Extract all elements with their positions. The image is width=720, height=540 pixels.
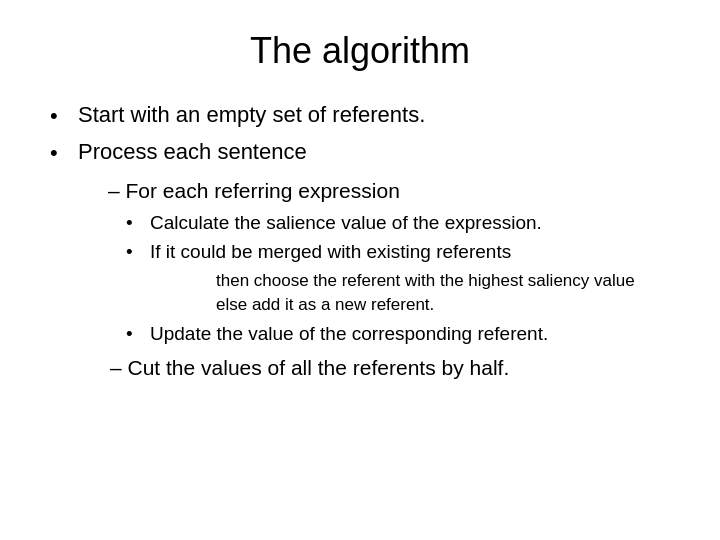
sub-bullet-2: • If it could be merged with existing re…	[126, 239, 670, 265]
cut-line-text: – Cut the values of all the referents by…	[110, 356, 509, 379]
sub-bullet-dot-3: •	[126, 321, 142, 347]
indented-line-1: then choose the referent with the highes…	[216, 269, 670, 293]
sub-bullet-3-text: Update the value of the corresponding re…	[150, 321, 548, 347]
slide-content: • Start with an empty set of referents. …	[50, 100, 670, 387]
sub-bullet-1: • Calculate the salience value of the ex…	[126, 210, 670, 236]
cut-line: – Cut the values of all the referents by…	[110, 354, 670, 382]
bullet-1-text: Start with an empty set of referents.	[78, 100, 425, 130]
sub-section: – For each referring expression • Calcul…	[80, 177, 670, 382]
sub-bullet-2-text: If it could be merged with existing refe…	[150, 239, 511, 265]
bullet-dot-1: •	[50, 101, 68, 131]
bullet-2: • Process each sentence	[50, 137, 670, 168]
slide-title: The algorithm	[50, 30, 670, 72]
sub-bullet-dot-1: •	[126, 210, 142, 236]
indented-lines: then choose the referent with the highes…	[216, 269, 670, 317]
dash-1-text: – For each referring expression	[108, 177, 400, 205]
dash-item-1: – For each referring expression	[80, 177, 670, 205]
sub-bullet-1-text: Calculate the salience value of the expr…	[150, 210, 542, 236]
slide: The algorithm • Start with an empty set …	[0, 0, 720, 540]
bullet-1: • Start with an empty set of referents.	[50, 100, 670, 131]
bullet-2-text: Process each sentence	[78, 137, 307, 167]
indented-line-2: else add it as a new referent.	[216, 293, 670, 317]
sub-bullets: • Calculate the salience value of the ex…	[126, 210, 670, 347]
sub-bullet-3: • Update the value of the corresponding …	[126, 321, 670, 347]
bullet-dot-2: •	[50, 138, 68, 168]
sub-bullet-dot-2: •	[126, 239, 142, 265]
